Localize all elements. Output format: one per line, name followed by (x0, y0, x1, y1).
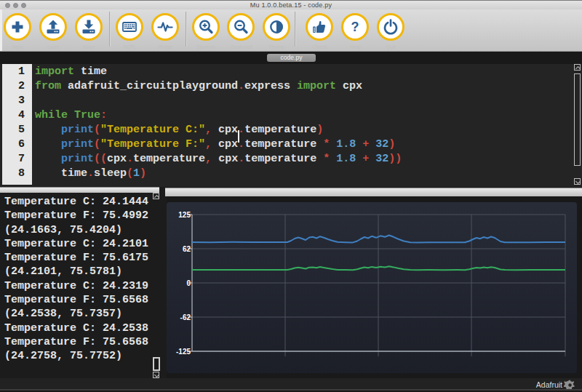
svg-text:0: 0 (186, 279, 191, 287)
svg-text:125: 125 (178, 211, 191, 219)
svg-text:-125: -125 (176, 348, 191, 356)
svg-text:?: ? (351, 20, 359, 34)
svg-text:-62: -62 (180, 313, 191, 321)
svg-text:62: 62 (183, 245, 191, 253)
